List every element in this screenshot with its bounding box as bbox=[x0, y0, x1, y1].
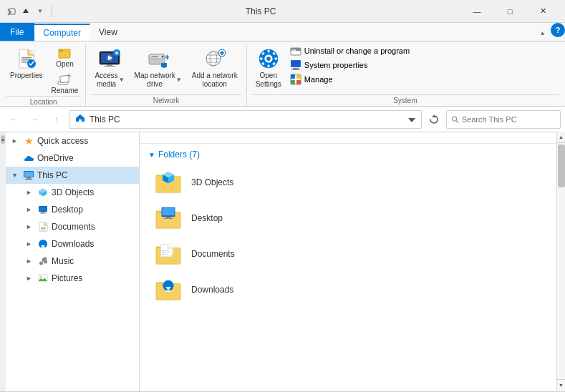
up-button[interactable]: ↑ bbox=[47, 110, 66, 129]
qat-up-icon[interactable] bbox=[20, 6, 32, 17]
folder-grid: 3D Objects bbox=[148, 165, 556, 307]
nav-item-music[interactable]: ► Music bbox=[6, 253, 139, 270]
content-scroll-up[interactable]: ▲ bbox=[557, 132, 565, 143]
quick-access-icon: ★ bbox=[23, 135, 34, 147]
nav-item-this-pc[interactable]: ▼ This PC bbox=[6, 167, 139, 184]
music-label: Music bbox=[52, 256, 74, 266]
tab-file[interactable]: File bbox=[0, 23, 34, 41]
svg-rect-57 bbox=[291, 74, 295, 79]
folder-item-3d-objects[interactable]: 3D Objects bbox=[148, 165, 556, 200]
svg-point-84 bbox=[39, 262, 43, 265]
content-scroll-area: ▼ Folders (7) bbox=[140, 144, 565, 391]
music-nav-icon bbox=[37, 255, 49, 267]
qat-back-icon[interactable] bbox=[6, 6, 17, 17]
system-group-items: OpenSettings Uninstall or change a progr… bbox=[251, 44, 559, 94]
desktop-expand: ► bbox=[26, 206, 34, 213]
svg-rect-60 bbox=[296, 80, 301, 84]
nav-scrollbar[interactable]: ▲ bbox=[0, 132, 6, 391]
search-input[interactable] bbox=[462, 115, 556, 124]
content-scroll-down[interactable]: ▼ bbox=[557, 379, 565, 391]
nav-item-quick-access[interactable]: ► ★ Quick access bbox=[6, 132, 139, 150]
content-scroll-thumb[interactable] bbox=[558, 144, 565, 187]
add-network-button[interactable]: Add a networklocation bbox=[188, 44, 242, 92]
svg-rect-50 bbox=[292, 49, 294, 51]
svg-rect-59 bbox=[291, 80, 295, 84]
nav-scroll-up[interactable]: ▲ bbox=[1, 135, 5, 144]
folder-item-desktop[interactable]: Desktop bbox=[148, 201, 556, 235]
svg-rect-41 bbox=[267, 64, 269, 67]
svg-rect-53 bbox=[291, 61, 300, 67]
nav-item-downloads[interactable]: ► Downloads bbox=[6, 235, 139, 253]
access-media-button[interactable]: Accessmedia ▼ bbox=[90, 44, 128, 92]
address-box[interactable]: This PC bbox=[69, 110, 422, 129]
content-top-scroll: ▲ bbox=[140, 132, 565, 144]
folder-downloads-label: Downloads bbox=[191, 285, 233, 295]
system-properties-label: System properties bbox=[304, 61, 368, 69]
help-button[interactable]: ? bbox=[551, 23, 565, 37]
window-controls: — □ ✕ bbox=[460, 0, 559, 23]
uninstall-button[interactable]: Uninstall or change a program bbox=[287, 44, 412, 57]
back-button[interactable]: ← bbox=[4, 110, 23, 129]
address-bar: ← → ↑ This PC bbox=[0, 107, 565, 132]
address-dropdown-arrow[interactable] bbox=[408, 114, 415, 124]
this-pc-expand: ▼ bbox=[11, 172, 20, 179]
folder-3d-icon bbox=[154, 168, 183, 197]
qat-customize-icon[interactable]: ▼ bbox=[34, 6, 46, 17]
folder-documents-label: Documents bbox=[191, 249, 235, 259]
minimize-button[interactable]: — bbox=[460, 0, 493, 23]
manage-button[interactable]: Manage bbox=[287, 73, 412, 86]
content-scrollbar[interactable]: ▲ ▼ bbox=[556, 132, 565, 391]
documents-label: Documents bbox=[52, 222, 95, 232]
folders-chevron-icon: ▼ bbox=[148, 151, 155, 159]
svg-rect-43 bbox=[274, 58, 277, 60]
svg-point-85 bbox=[44, 260, 47, 264]
folder-item-documents[interactable]: Documents bbox=[148, 237, 556, 271]
svg-rect-40 bbox=[267, 50, 269, 53]
svg-rect-107 bbox=[165, 290, 171, 292]
rename-label: Rename bbox=[52, 87, 79, 94]
properties-button[interactable]: Properties bbox=[6, 44, 47, 83]
maximize-button[interactable]: □ bbox=[493, 0, 526, 23]
nav-item-3d-objects[interactable]: ► 3D Objects bbox=[6, 184, 139, 201]
pictures-label: Pictures bbox=[52, 273, 82, 283]
settings-icon bbox=[257, 47, 280, 70]
3d-objects-label: 3D Objects bbox=[52, 187, 94, 197]
location-group-items: Properties Open bbox=[6, 44, 81, 96]
map-network-button[interactable]: Map networkdrive ▼ bbox=[130, 44, 186, 92]
nav-item-desktop[interactable]: ► Desktop bbox=[6, 201, 139, 218]
tab-computer[interactable]: Computer bbox=[34, 24, 90, 41]
address-path: This PC bbox=[90, 114, 120, 124]
music-expand: ► bbox=[26, 258, 34, 265]
nav-item-pictures[interactable]: ► Pictures bbox=[6, 270, 139, 287]
content-scroll-track bbox=[557, 143, 565, 379]
tab-view[interactable]: View bbox=[90, 23, 127, 41]
content-pane: ▲ ▼ Folders (7) bbox=[140, 132, 565, 391]
search-box[interactable] bbox=[446, 110, 561, 129]
3d-objects-expand: ► bbox=[26, 189, 34, 196]
ribbon-minimize-button[interactable]: ▴ bbox=[536, 26, 548, 38]
svg-point-64 bbox=[452, 116, 456, 120]
close-button[interactable]: ✕ bbox=[526, 0, 559, 23]
svg-rect-26 bbox=[151, 56, 158, 57]
open-button[interactable]: Open bbox=[49, 44, 82, 69]
properties-label: Properties bbox=[10, 72, 43, 80]
forward-button[interactable]: → bbox=[26, 110, 44, 129]
folder-item-downloads[interactable]: Downloads bbox=[148, 273, 556, 307]
nav-scroll-area: ► ★ Quick access OneDrive ▼ bbox=[6, 132, 139, 391]
svg-marker-62 bbox=[408, 118, 415, 122]
svg-rect-74 bbox=[39, 207, 47, 211]
svg-point-25 bbox=[161, 56, 163, 58]
folders-section-header[interactable]: ▼ Folders (7) bbox=[148, 150, 556, 160]
nav-item-onedrive[interactable]: OneDrive bbox=[6, 150, 139, 167]
rename-button[interactable]: Rename bbox=[49, 71, 82, 96]
folder-3d-label: 3D Objects bbox=[191, 177, 233, 187]
svg-rect-76 bbox=[40, 213, 46, 214]
access-media-label: Accessmedia bbox=[95, 72, 117, 89]
open-settings-button[interactable]: OpenSettings bbox=[251, 44, 286, 92]
manage-label: Manage bbox=[304, 75, 333, 84]
system-properties-button[interactable]: System properties bbox=[287, 59, 412, 72]
nav-item-documents[interactable]: ► Documents bbox=[6, 218, 139, 235]
folders-section-label: Folders (7) bbox=[158, 150, 200, 160]
refresh-button[interactable] bbox=[425, 110, 443, 129]
window-title: This PC bbox=[61, 6, 460, 16]
